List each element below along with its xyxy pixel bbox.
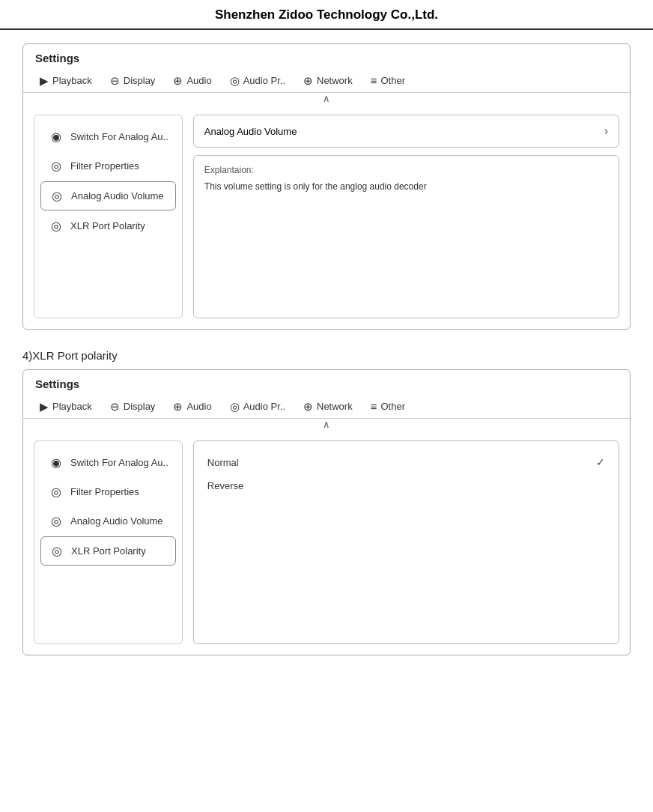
tab-display-1[interactable]: ⊖ Display <box>101 69 165 92</box>
tab-display-label-2: Display <box>124 401 156 412</box>
tab-playback-label-2: Playback <box>52 401 92 412</box>
tab-display-2[interactable]: ⊖ Display <box>101 395 165 418</box>
nav-filter-icon-1: ◎ <box>48 159 64 173</box>
analog-volume-card-label: Analog Audio Volume <box>204 126 297 137</box>
page-header: Shenzhen Zidoo Technology Co.,Ltd. <box>0 0 653 30</box>
nav-switch-analog-2[interactable]: ◉ Switch For Analog Au.. <box>40 449 176 476</box>
tab-arrow-1: ∧ <box>323 93 330 104</box>
tab-playback-1[interactable]: ▶ Playback <box>31 69 101 92</box>
settings-nav-1: ◉ Switch For Analog Au.. ◎ Filter Proper… <box>34 115 183 318</box>
tab-audio-label-2: Audio <box>186 401 211 412</box>
nav-analog-volume-icon-1: ◎ <box>49 189 65 203</box>
explanation-title-1: Explantaion: <box>204 165 608 175</box>
audio-icon-2: ⊕ <box>173 401 183 412</box>
settings-body-2: ◉ Switch For Analog Au.. ◎ Filter Proper… <box>23 430 630 655</box>
settings-panel-1: Settings ▶ Playback ⊖ Display ⊕ Audio ◎ … <box>22 43 631 330</box>
settings-nav-2: ◉ Switch For Analog Au.. ◎ Filter Proper… <box>34 440 183 644</box>
nav-filter-icon-2: ◎ <box>48 485 64 499</box>
other-icon-1: ≡ <box>371 75 377 86</box>
nav-analog-volume-icon-2: ◎ <box>48 514 64 528</box>
display-icon-2: ⊖ <box>110 401 120 412</box>
settings-content-2: Normal ✓ Reverse <box>193 440 619 644</box>
explanation-box-1: Explantaion: This volume setting is only… <box>193 155 619 318</box>
analog-volume-chevron: › <box>604 124 608 138</box>
tab-network-label-2: Network <box>317 401 353 412</box>
tab-arrow-row-2: ∧ <box>23 419 630 430</box>
tab-arrow-2: ∧ <box>323 419 330 430</box>
playback-icon-1: ▶ <box>40 75 49 86</box>
option-normal-label: Normal <box>207 457 239 468</box>
xlr-options-box: Normal ✓ Reverse <box>193 440 619 644</box>
explanation-text-1: This volume setting is only for the angl… <box>204 180 608 193</box>
nav-xlr-icon-1: ◎ <box>48 219 64 233</box>
tab-network-1[interactable]: ⊕ Network <box>294 69 362 92</box>
tab-audiopr-1[interactable]: ◎ Audio Pr.. <box>221 69 294 92</box>
tab-playback-label-1: Playback <box>52 75 92 86</box>
option-reverse[interactable]: Reverse <box>204 474 608 497</box>
nav-analog-volume-label-2: Analog Audio Volume <box>70 515 163 527</box>
tab-audiopr-label-2: Audio Pr.. <box>243 401 285 412</box>
nav-switch-analog-1[interactable]: ◉ Switch For Analog Au.. <box>40 123 176 151</box>
nav-switch-label-1: Switch For Analog Au.. <box>70 131 168 142</box>
nav-switch-label-2: Switch For Analog Au.. <box>70 457 168 468</box>
tab-audiopr-label-1: Audio Pr.. <box>243 75 285 86</box>
settings-title-1: Settings <box>23 44 630 69</box>
option-reverse-label: Reverse <box>207 480 243 491</box>
nav-filter-label-2: Filter Properties <box>70 486 139 497</box>
nav-switch-icon-1: ◉ <box>48 130 64 144</box>
tab-other-label-1: Other <box>380 75 405 86</box>
display-icon-1: ⊖ <box>110 75 120 86</box>
nav-filter-1[interactable]: ◎ Filter Properties <box>40 152 176 180</box>
audiopr-icon-1: ◎ <box>230 75 240 86</box>
nav-filter-2[interactable]: ◎ Filter Properties <box>40 478 176 506</box>
settings-tabs-2: ▶ Playback ⊖ Display ⊕ Audio ◎ Audio Pr.… <box>23 395 630 419</box>
nav-xlr-label-1: XLR Port Polarity <box>70 220 145 231</box>
nav-filter-label-1: Filter Properties <box>70 160 139 172</box>
settings-content-1: Analog Audio Volume › Explantaion: This … <box>193 115 619 318</box>
settings-tabs-1: ▶ Playback ⊖ Display ⊕ Audio ◎ Audio Pr.… <box>23 69 630 93</box>
nav-switch-icon-2: ◉ <box>48 455 64 470</box>
header-title: Shenzhen Zidoo Technology Co.,Ltd. <box>215 7 438 22</box>
tab-other-label-2: Other <box>380 401 405 412</box>
tab-audio-label-1: Audio <box>186 75 211 86</box>
nav-xlr-icon-2: ◎ <box>49 544 65 558</box>
nav-xlr-label-2: XLR Port Polarity <box>71 545 146 557</box>
network-icon-2: ⊕ <box>303 401 313 412</box>
nav-xlr-2[interactable]: ◎ XLR Port Polarity <box>40 536 176 566</box>
tab-playback-2[interactable]: ▶ Playback <box>31 395 101 418</box>
section-label-xlr: 4)XLR Port polarity <box>22 343 631 369</box>
tab-display-label-1: Display <box>124 75 156 86</box>
settings-panel-2: Settings ▶ Playback ⊖ Display ⊕ Audio ◎ … <box>22 369 631 655</box>
nav-xlr-1[interactable]: ◎ XLR Port Polarity <box>40 212 176 240</box>
option-normal[interactable]: Normal ✓ <box>204 450 608 474</box>
other-icon-2: ≡ <box>371 401 377 412</box>
settings-title-2: Settings <box>23 370 630 395</box>
tab-other-2[interactable]: ≡ Other <box>362 395 414 418</box>
audiopr-icon-2: ◎ <box>230 401 240 412</box>
tab-arrow-row-1: ∧ <box>23 93 630 104</box>
tab-audiopr-2[interactable]: ◎ Audio Pr.. <box>221 395 294 418</box>
tab-network-2[interactable]: ⊕ Network <box>294 395 362 418</box>
nav-analog-volume-2[interactable]: ◎ Analog Audio Volume <box>40 507 176 535</box>
option-normal-check: ✓ <box>596 456 605 468</box>
tab-audio-1[interactable]: ⊕ Audio <box>164 69 220 92</box>
nav-analog-volume-label-1: Analog Audio Volume <box>71 190 164 202</box>
tab-network-label-1: Network <box>317 75 353 86</box>
tab-audio-2[interactable]: ⊕ Audio <box>164 395 220 418</box>
settings-body-1: ◉ Switch For Analog Au.. ◎ Filter Proper… <box>23 104 630 329</box>
tab-other-1[interactable]: ≡ Other <box>362 69 414 92</box>
network-icon-1: ⊕ <box>303 75 313 86</box>
page-content: Settings ▶ Playback ⊖ Display ⊕ Audio ◎ … <box>0 30 653 682</box>
playback-icon-2: ▶ <box>40 401 49 412</box>
audio-icon-1: ⊕ <box>173 75 183 86</box>
nav-analog-volume-1[interactable]: ◎ Analog Audio Volume <box>40 181 176 210</box>
analog-volume-card[interactable]: Analog Audio Volume › <box>193 115 619 148</box>
